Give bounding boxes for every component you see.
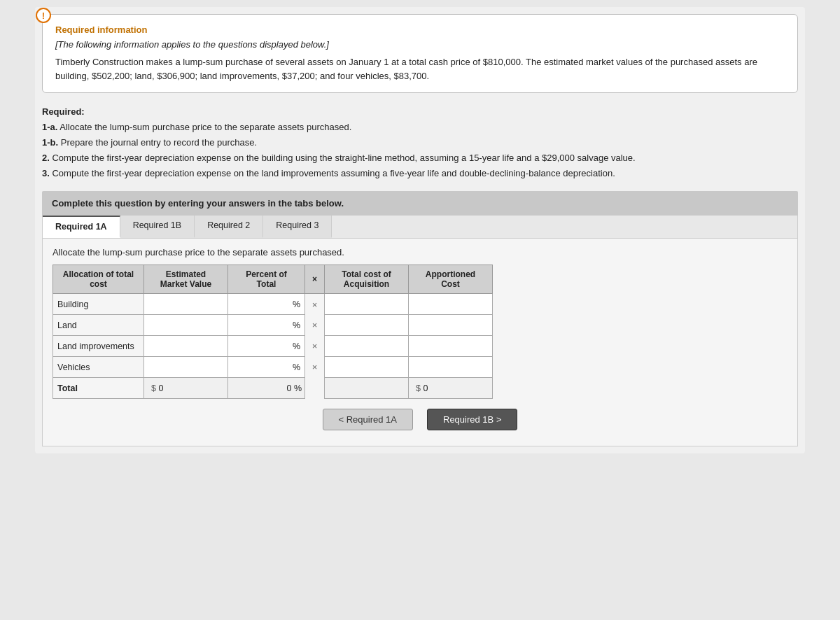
row-label-land-improvements: Land improvements bbox=[53, 336, 144, 357]
land-apportioned-input[interactable] bbox=[413, 320, 488, 330]
land-improvements-percent-cell[interactable]: % bbox=[228, 336, 305, 357]
land-market-value-input[interactable] bbox=[148, 320, 223, 330]
land-improvements-total-cost-cell[interactable] bbox=[325, 336, 409, 357]
land-improvements-apportioned-input[interactable] bbox=[413, 341, 488, 351]
land-apportioned-cell[interactable] bbox=[409, 315, 493, 336]
row-label-building: Building bbox=[53, 294, 144, 315]
vehicles-market-value-input[interactable] bbox=[148, 362, 223, 372]
building-market-value-input[interactable] bbox=[148, 300, 223, 309]
buttons-row: < Required 1A Required 1B > bbox=[52, 409, 788, 437]
total-apportioned: $ 0 bbox=[409, 378, 493, 399]
vehicles-apportioned-input[interactable] bbox=[413, 362, 488, 372]
land-improvements-total-cost-input[interactable] bbox=[329, 341, 404, 351]
total-market-value: $ 0 bbox=[144, 378, 228, 399]
info-subtitle: [The following information applies to th… bbox=[55, 39, 785, 50]
allocation-table: Allocation of totalcost EstimatedMarket … bbox=[52, 265, 493, 399]
building-percent-cell[interactable]: % bbox=[228, 294, 305, 315]
land-total-cost-input[interactable] bbox=[329, 320, 404, 330]
vehicles-total-cost-cell[interactable] bbox=[325, 357, 409, 378]
req-item-3: 3. Compute the first-year depreciation e… bbox=[42, 166, 798, 181]
building-apportioned-input[interactable] bbox=[413, 300, 488, 309]
tab-required-2[interactable]: Required 2 bbox=[195, 216, 263, 238]
land-improvements-market-value-cell[interactable] bbox=[144, 336, 228, 357]
instruction-bar: Complete this question by entering your … bbox=[42, 191, 798, 216]
vehicles-x: × bbox=[305, 357, 325, 378]
land-improvements-market-value-input[interactable] bbox=[148, 341, 223, 351]
next-button[interactable]: Required 1B > bbox=[427, 409, 517, 430]
building-x: × bbox=[305, 294, 325, 315]
info-box: ! Required information [The following in… bbox=[42, 14, 798, 93]
info-title: Required information bbox=[55, 24, 785, 35]
col-header-x: × bbox=[305, 265, 325, 294]
table-row: Land improvements % × bbox=[53, 336, 493, 357]
col-header-market-value: EstimatedMarket Value bbox=[144, 265, 228, 294]
allocate-title: Allocate the lump-sum purchase price to … bbox=[52, 247, 788, 258]
land-improvements-x: × bbox=[305, 336, 325, 357]
building-market-value-cell[interactable] bbox=[144, 294, 228, 315]
land-total-cost-cell[interactable] bbox=[325, 315, 409, 336]
tab-required-1a[interactable]: Required 1A bbox=[43, 216, 120, 238]
total-percent: 0 % bbox=[228, 378, 305, 399]
vehicles-total-cost-input[interactable] bbox=[329, 362, 404, 372]
required-header: Required: bbox=[42, 104, 798, 120]
tab-required-1b[interactable]: Required 1B bbox=[120, 216, 195, 238]
table-row: Vehicles % × bbox=[53, 357, 493, 378]
dollar-sign-1: $ bbox=[148, 383, 156, 393]
table-row-total: Total $ 0 0 % $ 0 bbox=[53, 378, 493, 399]
land-percent-input[interactable] bbox=[248, 320, 290, 330]
vehicles-percent-input[interactable] bbox=[248, 362, 290, 372]
land-percent-cell[interactable]: % bbox=[228, 315, 305, 336]
col-header-total-cost: Total cost ofAcquisition bbox=[325, 265, 409, 294]
table-row: Building % × bbox=[53, 294, 493, 315]
col-header-percent: Percent of Total bbox=[228, 265, 305, 294]
vehicles-apportioned-cell[interactable] bbox=[409, 357, 493, 378]
building-total-cost-input[interactable] bbox=[329, 300, 404, 309]
req-item-2: 2. Compute the first-year depreciation e… bbox=[42, 150, 798, 166]
tab-required-3[interactable]: Required 3 bbox=[263, 216, 332, 238]
dollar-sign-2: $ bbox=[413, 383, 421, 393]
land-market-value-cell[interactable] bbox=[144, 315, 228, 336]
required-section: Required: 1-a. Allocate the lump-sum pur… bbox=[42, 104, 798, 181]
total-cost-empty bbox=[325, 378, 409, 399]
total-x bbox=[305, 378, 325, 399]
prev-button[interactable]: < Required 1A bbox=[323, 409, 413, 430]
col-header-apportioned: ApportionedCost bbox=[409, 265, 493, 294]
warning-icon: ! bbox=[36, 8, 51, 23]
table-row: Land % × bbox=[53, 315, 493, 336]
tabs-row: Required 1A Required 1B Required 2 Requi… bbox=[43, 216, 797, 239]
total-percent-display: 0 bbox=[286, 383, 291, 393]
building-apportioned-cell[interactable] bbox=[409, 294, 493, 315]
vehicles-market-value-cell[interactable] bbox=[144, 357, 228, 378]
building-total-cost-cell[interactable] bbox=[325, 294, 409, 315]
vehicles-percent-cell[interactable]: % bbox=[228, 357, 305, 378]
total-label: Total bbox=[53, 378, 144, 399]
req-item-1b: 1-b. Prepare the journal entry to record… bbox=[42, 135, 798, 150]
land-x: × bbox=[305, 315, 325, 336]
info-body: Timberly Construction makes a lump-sum p… bbox=[55, 55, 785, 83]
tabs-container: Required 1A Required 1B Required 2 Requi… bbox=[42, 216, 798, 446]
row-label-vehicles: Vehicles bbox=[53, 357, 144, 378]
land-improvements-apportioned-cell[interactable] bbox=[409, 336, 493, 357]
land-improvements-percent-input[interactable] bbox=[248, 341, 290, 351]
req-item-1a: 1-a. Allocate the lump-sum purchase pric… bbox=[42, 120, 798, 135]
total-market-value-display: 0 bbox=[158, 383, 163, 393]
building-percent-input[interactable] bbox=[248, 300, 290, 309]
total-apportioned-display: 0 bbox=[423, 383, 428, 393]
tab-content-1a: Allocate the lump-sum purchase price to … bbox=[43, 239, 797, 446]
outer-wrapper: ! Required information [The following in… bbox=[35, 7, 805, 453]
row-label-land: Land bbox=[53, 315, 144, 336]
col-header-allocation: Allocation of totalcost bbox=[53, 265, 144, 294]
